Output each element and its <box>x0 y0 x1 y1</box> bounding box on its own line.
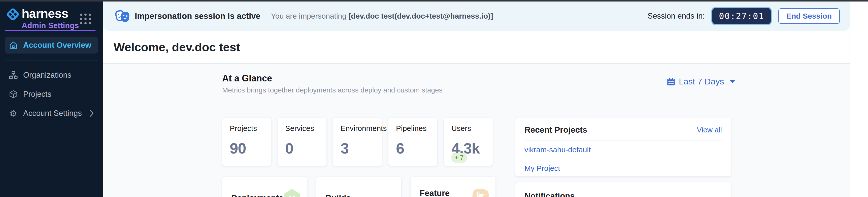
caret-down-icon <box>730 80 735 83</box>
date-range-select[interactable]: Last 7 Days <box>667 77 735 86</box>
sidebar-divider <box>5 61 98 61</box>
stat-card-users[interactable]: Users 4.3k + 7 <box>444 118 493 166</box>
sidebar-item-label: Organizations <box>23 71 71 80</box>
stat-value: 6 <box>396 140 437 157</box>
session-timer: 00:27:01 <box>711 7 772 25</box>
recent-project-link[interactable]: vikram-sahu-default <box>524 141 722 159</box>
sidebar-item-label: Account Settings <box>23 109 82 118</box>
banner-title: Impersonation session is active <box>135 11 260 21</box>
harness-wordmark: harness <box>22 7 79 20</box>
module-title: Deployments <box>231 193 283 197</box>
feature-flag-icon <box>472 189 489 197</box>
stat-card-projects[interactable]: Projects 90 <box>222 118 271 166</box>
stat-label: Users <box>452 124 493 133</box>
banner-subtitle: You are impersonating [dev.doc test(dev.… <box>271 12 493 21</box>
main-area: Impersonation session is active You are … <box>103 1 868 197</box>
projects-cube-icon <box>9 90 18 98</box>
module-title: Feature Flags <box>420 189 472 197</box>
end-session-button[interactable]: End Session <box>778 8 840 24</box>
admin-settings-label: Admin Settings <box>22 21 79 30</box>
sidebar-item-label: Account Overview <box>23 41 91 50</box>
page-title: Welcome, dev.doc test <box>114 40 240 54</box>
sidebar: harness Admin Settings Account Overview <box>0 1 103 197</box>
module-title: Builds <box>326 193 351 197</box>
page-body: Welcome, dev.doc test At a Glance Metric… <box>103 31 850 197</box>
recent-projects-title: Recent Projects <box>524 125 587 135</box>
recent-project-link[interactable]: My Project <box>524 159 722 178</box>
module-card-builds[interactable]: Builds <box>316 176 401 197</box>
module-card-deployments[interactable]: Deployments ∞ <box>222 176 307 197</box>
stat-card-services[interactable]: Services 0 <box>278 118 327 166</box>
stat-value: 3 <box>341 140 382 157</box>
organizations-icon <box>9 71 18 79</box>
users-delta-badge: + 7 <box>452 153 467 163</box>
sidebar-item-account-overview[interactable]: Account Overview <box>5 37 98 53</box>
stat-label: Services <box>285 124 327 133</box>
harness-logo-icon <box>5 7 20 22</box>
app-grid-icon[interactable] <box>80 13 91 25</box>
recent-projects-card: Recent Projects View all vikram-sahu-def… <box>515 118 731 176</box>
date-range-label: Last 7 Days <box>679 77 724 86</box>
session-ends-label: Session ends in: <box>648 11 705 21</box>
sidebar-item-account-settings[interactable]: ⚙ Account Settings <box>5 106 98 121</box>
impersonation-masks-icon <box>115 9 131 23</box>
view-all-link[interactable]: View all <box>697 126 722 134</box>
stat-value: 0 <box>285 140 327 157</box>
glance-header: At a Glance Metrics brings together depl… <box>222 73 442 94</box>
glance-title: At a Glance <box>222 73 442 84</box>
notifications-card: Notifications <box>515 182 731 197</box>
impersonation-banner: Impersonation session is active You are … <box>103 1 850 31</box>
stat-label: Projects <box>230 124 271 133</box>
chevron-right-icon <box>89 110 94 117</box>
harness-logo[interactable]: harness Admin Settings <box>5 7 79 30</box>
module-card-feature-flags[interactable]: Feature Flags <box>410 176 495 197</box>
stat-value: 90 <box>230 140 271 157</box>
impersonated-user: [dev.doc test(dev.doc+test@harness.io)] <box>348 12 493 20</box>
sidebar-item-organizations[interactable]: Organizations <box>5 67 98 83</box>
stats-row: Projects 90 Services 0 Environments 3 Pi… <box>222 118 493 166</box>
dashboard-content: At a Glance Metrics brings together depl… <box>103 64 849 197</box>
notifications-title: Notifications <box>524 191 722 197</box>
gear-icon: ⚙ <box>9 109 18 118</box>
cd-pipeline-icon: ∞ <box>283 189 301 197</box>
stat-card-environments[interactable]: Environments 3 <box>333 118 382 166</box>
page: harness Admin Settings Account Overview <box>0 0 868 197</box>
brand-accent-line <box>5 30 96 31</box>
calendar-icon <box>667 77 675 86</box>
sidebar-item-label: Projects <box>23 90 51 99</box>
home-icon <box>9 41 18 49</box>
sidebar-item-projects[interactable]: Projects <box>5 86 98 102</box>
welcome-header: Welcome, dev.doc test <box>103 31 849 64</box>
sidebar-nav: Account Overview Organizations <box>0 37 103 121</box>
stat-card-pipelines[interactable]: Pipelines 6 <box>389 118 437 166</box>
ci-search-icon <box>378 189 395 197</box>
modules-row: Deployments ∞ Builds <box>222 176 495 197</box>
stat-label: Pipelines <box>396 124 437 133</box>
stat-label: Environments <box>341 124 382 133</box>
glance-subtitle: Metrics brings together deployments acro… <box>222 86 442 94</box>
